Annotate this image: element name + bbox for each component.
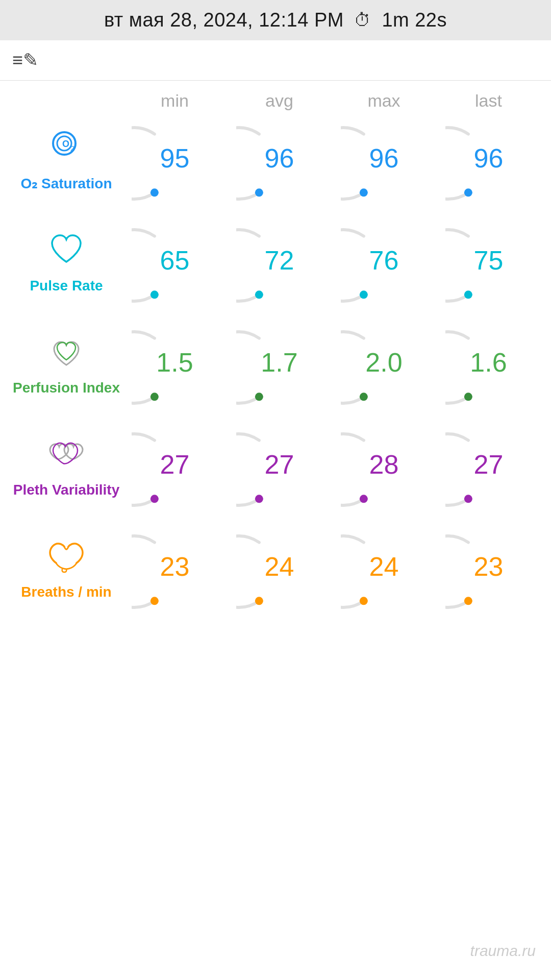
pleth-min-value: 27 [160, 449, 190, 480]
perfusion-min-cell: 1.5 [122, 324, 227, 406]
breaths-min-value: 23 [160, 551, 190, 582]
pleth-max-gauge: 28 [341, 426, 428, 508]
perfusion-last-cell: 1.6 [436, 324, 541, 406]
o2-last-cell: 96 [436, 120, 541, 202]
svg-point-4 [150, 188, 158, 197]
svg-point-12 [150, 393, 158, 401]
perfusion-max-value: 2.0 [365, 347, 402, 378]
column-headers: min avg max last [0, 86, 551, 111]
svg-point-21 [255, 597, 263, 605]
breaths-avg-value: 24 [265, 551, 294, 582]
o2-name: O₂ Saturation [20, 175, 112, 192]
metric-row-pleth: Pleth Variability 27 27 28 27 [0, 417, 551, 517]
watermark: trauma.ru [470, 942, 536, 960]
svg-point-14 [359, 393, 367, 401]
svg-point-15 [464, 393, 472, 401]
breaths-min-gauge: 23 [132, 528, 218, 610]
svg-point-17 [255, 495, 263, 503]
pulse-max-cell: 76 [332, 222, 436, 304]
o2-min-cell: 95 [122, 120, 227, 202]
toolbar: ≡✎ [0, 40, 551, 81]
o2-max-cell: 96 [332, 120, 436, 202]
pulse-avg-value: 72 [265, 245, 294, 276]
pulse-min-cell: 65 [122, 222, 227, 304]
clock-icon: ⏱ [354, 10, 372, 30]
perfusion-min-gauge: 1.5 [132, 324, 218, 406]
perfusion-name: Perfusion Index [13, 379, 120, 397]
pleth-last-value: 27 [474, 449, 504, 480]
pulse-avg-cell: 72 [227, 222, 332, 304]
pleth-min-gauge: 27 [132, 426, 218, 508]
svg-text:2: 2 [70, 144, 74, 153]
svg-point-8 [150, 290, 158, 299]
perfusion-max-cell: 2.0 [332, 324, 436, 406]
o2-min-value: 95 [160, 143, 190, 174]
breaths-max-value: 24 [369, 551, 399, 582]
pulse-min-value: 65 [160, 245, 190, 276]
o2-avg-value: 96 [265, 143, 294, 174]
perfusion-avg-gauge: 1.7 [236, 324, 323, 406]
svg-point-10 [359, 290, 367, 299]
o2-max-value: 96 [369, 143, 399, 174]
o2-last-value: 96 [474, 143, 504, 174]
pleth-name: Pleth Variability [13, 481, 120, 499]
breaths-avg-gauge: 24 [236, 528, 323, 610]
metric-row-o2: O 2 O₂ Saturation 95 96 96 96 [0, 111, 551, 211]
pleth-avg-gauge: 27 [236, 426, 323, 508]
pulse-max-value: 76 [369, 245, 399, 276]
duration-text: 1m 22s [382, 9, 447, 31]
pulse-icon [48, 231, 85, 273]
pleth-avg-cell: 27 [227, 426, 332, 508]
metric-label-perfusion: Perfusion Index [10, 333, 122, 397]
perfusion-last-value: 1.6 [470, 347, 507, 378]
o2-min-gauge: 95 [132, 120, 218, 202]
edit-list-icon[interactable]: ≡✎ [12, 50, 38, 71]
perfusion-avg-cell: 1.7 [227, 324, 332, 406]
perfusion-min-value: 1.5 [156, 347, 193, 378]
svg-point-13 [255, 393, 263, 401]
metric-label-pulse: Pulse Rate [10, 231, 122, 295]
metric-label-o2: O 2 O₂ Saturation [10, 129, 122, 192]
pulse-last-gauge: 75 [445, 222, 532, 304]
svg-point-19 [464, 495, 472, 503]
pulse-last-cell: 75 [436, 222, 541, 304]
metric-row-breaths: Breaths / min 23 24 24 23 [0, 519, 551, 619]
svg-point-9 [255, 290, 263, 299]
pleth-last-gauge: 27 [445, 426, 532, 508]
pleth-max-value: 28 [369, 449, 399, 480]
col-avg: avg [227, 91, 332, 111]
col-max: max [332, 91, 436, 111]
metric-row-pulse: Pulse Rate 65 72 76 75 [0, 213, 551, 313]
col-min: min [122, 91, 227, 111]
pleth-min-cell: 27 [122, 426, 227, 508]
metric-label-pleth: Pleth Variability [10, 435, 122, 499]
datetime-text: вт мая 28, 2024, 12:14 PM [104, 9, 344, 31]
pleth-last-cell: 27 [436, 426, 541, 508]
svg-point-18 [359, 495, 367, 503]
pleth-icon [46, 435, 87, 477]
perfusion-avg-value: 1.7 [261, 347, 297, 378]
svg-point-22 [359, 597, 367, 605]
col-last: last [436, 91, 541, 111]
o2-max-gauge: 96 [341, 120, 428, 202]
pulse-max-gauge: 76 [341, 222, 428, 304]
o2-last-gauge: 96 [445, 120, 532, 202]
o2-icon: O 2 [48, 129, 85, 171]
o2-avg-cell: 96 [227, 120, 332, 202]
perfusion-last-gauge: 1.6 [445, 324, 532, 406]
svg-point-16 [150, 495, 158, 503]
status-bar: вт мая 28, 2024, 12:14 PM ⏱ 1m 22s [0, 0, 551, 40]
pulse-avg-gauge: 72 [236, 222, 323, 304]
breaths-max-gauge: 24 [341, 528, 428, 610]
svg-point-6 [359, 188, 367, 197]
svg-point-7 [464, 188, 472, 197]
svg-text:O: O [62, 139, 69, 149]
perfusion-max-gauge: 2.0 [341, 324, 428, 406]
breaths-last-gauge: 23 [445, 528, 532, 610]
svg-point-23 [464, 597, 472, 605]
metric-row-perfusion: Perfusion Index 1.5 1.7 2.0 1.6 [0, 315, 551, 415]
metric-label-breaths: Breaths / min [10, 537, 122, 601]
svg-point-5 [255, 188, 263, 197]
breaths-last-value: 23 [474, 551, 504, 582]
breaths-last-cell: 23 [436, 528, 541, 610]
